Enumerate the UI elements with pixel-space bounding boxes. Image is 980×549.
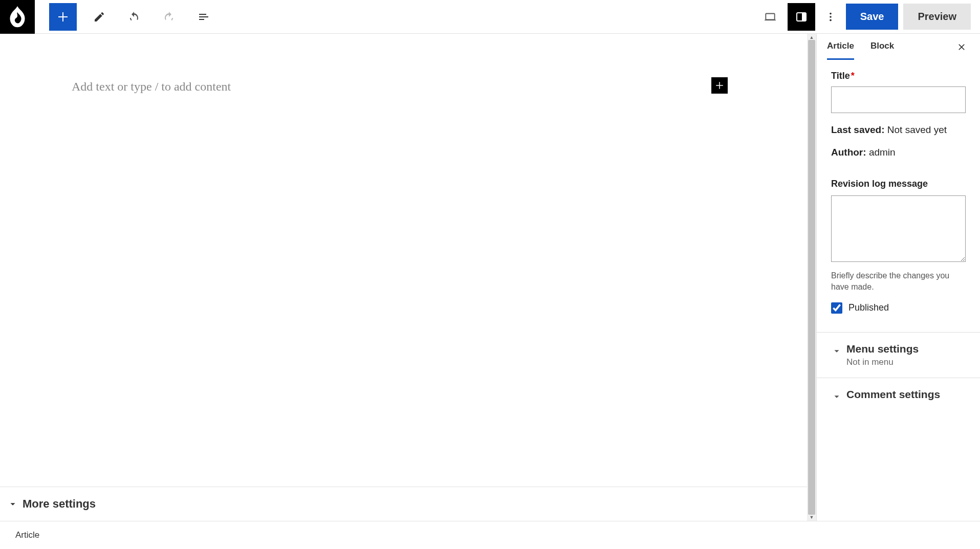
panel-icon	[795, 11, 808, 23]
tab-article[interactable]: Article	[827, 34, 854, 60]
chevron-down-icon	[7, 498, 18, 510]
outline-button[interactable]	[191, 5, 216, 29]
title-label-text: Title	[831, 71, 850, 81]
author-row: Author: admin	[831, 147, 966, 158]
revision-label: Revision log message	[831, 179, 966, 189]
svg-rect-2	[199, 16, 208, 17]
inline-add-button[interactable]	[711, 77, 728, 94]
published-label[interactable]: Published	[848, 302, 889, 313]
published-checkbox[interactable]	[831, 302, 842, 314]
menu-settings-title: Menu settings	[846, 343, 966, 355]
sidebar-toggle-button[interactable]	[788, 3, 815, 31]
scroll-down-icon: ▼	[807, 514, 816, 521]
comment-settings-content: Comment settings	[846, 388, 966, 401]
viewport-button[interactable]	[758, 5, 782, 29]
close-icon	[956, 42, 967, 52]
save-button[interactable]: Save	[846, 4, 899, 30]
toolbar: Save Preview	[0, 0, 980, 34]
last-saved-value: Not saved yet	[887, 124, 947, 135]
menu-settings-section[interactable]: Menu settings Not in menu	[817, 332, 980, 378]
svg-rect-5	[765, 19, 776, 20]
published-row: Published	[831, 302, 966, 314]
menu-settings-content: Menu settings Not in menu	[846, 343, 966, 367]
tab-block[interactable]: Block	[870, 34, 894, 60]
add-block-button[interactable]	[49, 3, 77, 31]
editor-placeholder: Add text or type / to add content	[72, 80, 735, 94]
plus-icon	[57, 11, 69, 23]
last-saved-label: Last saved:	[831, 124, 885, 135]
scroll-up-icon: ▲	[807, 34, 816, 41]
redo-button[interactable]	[157, 5, 181, 29]
undo-button[interactable]	[122, 5, 146, 29]
comment-settings-section[interactable]: Comment settings	[817, 378, 980, 412]
more-settings-toggle[interactable]: More settings	[0, 487, 807, 521]
chevron-down-icon	[831, 391, 842, 402]
title-label: Title*	[831, 71, 966, 81]
toolbar-right: Save Preview	[758, 3, 980, 31]
revision-help-text: Briefly describe the changes you have ma…	[831, 270, 966, 293]
required-indicator: *	[851, 71, 855, 81]
sidebar-tabs: Article Block	[817, 34, 980, 60]
plus-icon	[715, 81, 724, 90]
comment-settings-title: Comment settings	[846, 388, 966, 401]
svg-point-0	[15, 18, 19, 23]
toolbar-left	[35, 3, 216, 31]
device-icon	[764, 10, 777, 24]
author-label: Author:	[831, 147, 866, 158]
revision-textarea[interactable]	[831, 195, 966, 262]
footer-breadcrumb: Article	[0, 521, 980, 549]
svg-rect-3	[199, 19, 204, 20]
outline-icon	[198, 11, 210, 23]
svg-rect-4	[766, 13, 774, 19]
pencil-icon	[93, 11, 105, 23]
last-saved-row: Last saved: Not saved yet	[831, 124, 966, 136]
more-options-button[interactable]	[820, 5, 841, 29]
breadcrumb-text: Article	[15, 530, 39, 540]
chevron-down-icon	[831, 345, 842, 357]
svg-rect-7	[802, 13, 806, 21]
settings-sidebar: Article Block Title* Last saved: Not sav…	[816, 34, 980, 521]
preview-button[interactable]: Preview	[903, 4, 971, 30]
editor-area: Add text or type / to add content More s…	[0, 34, 807, 521]
svg-point-8	[830, 12, 832, 14]
edit-tool-button[interactable]	[87, 5, 112, 29]
author-value: admin	[869, 147, 896, 158]
undo-icon	[128, 11, 140, 23]
more-settings-label: More settings	[23, 497, 96, 511]
main-container: Add text or type / to add content More s…	[0, 34, 980, 521]
svg-point-10	[830, 19, 832, 21]
drupal-logo[interactable]	[0, 0, 35, 34]
drupal-icon	[8, 6, 27, 28]
kebab-icon	[825, 11, 836, 23]
editor-scrollbar[interactable]: ▲ ▼	[807, 34, 816, 521]
editor-content[interactable]: Add text or type / to add content	[0, 34, 807, 104]
sidebar-body: Title* Last saved: Not saved yet Author:…	[817, 60, 980, 423]
svg-rect-1	[199, 14, 206, 15]
title-input[interactable]	[831, 86, 966, 113]
redo-icon	[163, 11, 175, 23]
close-sidebar-button[interactable]	[953, 39, 970, 55]
svg-point-9	[830, 16, 832, 18]
menu-settings-sub: Not in menu	[846, 357, 966, 367]
